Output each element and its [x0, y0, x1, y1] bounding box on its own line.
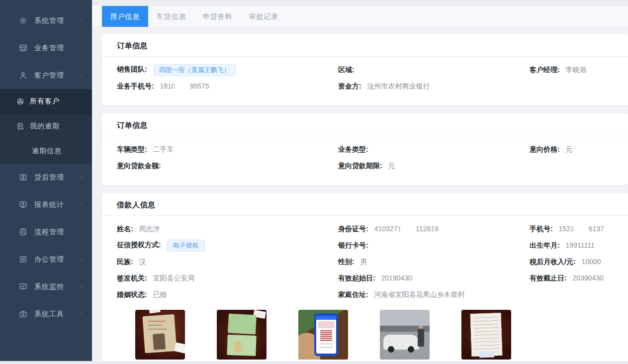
field-bank-card: 银行卡号: — [338, 241, 530, 250]
field-birth-date: 出生年月: 19911111 — [530, 241, 613, 250]
field-valid-from: 有效起始日: 20190430 — [338, 274, 530, 283]
tab-user-info[interactable]: 用户信息 — [102, 6, 148, 27]
chevron-down-icon — [79, 175, 84, 180]
sidebar-item-customer-management[interactable]: 客户管理 — [0, 62, 92, 89]
field-id-number: 身份证号: 4103271112819 — [338, 225, 530, 234]
chevron-up-icon — [79, 73, 84, 78]
photo-thumbnail[interactable]: 材料照片 — [461, 310, 511, 364]
customer-management-submenu: 所有客户 我的逾期 逾期信息 — [0, 89, 92, 164]
order-info-card-2: 订单信息 车辆类型: 二手车 业务类型: 意向价格: 元 — [102, 113, 628, 185]
chevron-down-icon — [79, 311, 84, 317]
sidebar-item-overdue-info[interactable]: 逾期信息 — [0, 139, 92, 164]
sidebar-item-label: 我的逾期 — [30, 122, 60, 131]
notebook-icon — [16, 122, 25, 131]
id-card-photo[interactable] — [135, 310, 185, 360]
monitor-icon — [19, 200, 27, 209]
field-vehicle-type: 车辆类型: 二手车 — [117, 145, 338, 154]
field-intent-loan-term: 意向贷款期限: 元 — [338, 162, 530, 171]
field-monthly-income: 税后月收入/元: 10000 — [530, 258, 613, 267]
steering-wheel-icon — [16, 97, 25, 106]
chevron-down-icon — [79, 257, 84, 262]
field-account-manager: 客户经理: 李晓旭 — [530, 66, 613, 75]
field-intent-price: 意向价格: 元 — [530, 145, 613, 154]
field-intent-loan-amount: 意向贷款金额: — [117, 162, 338, 171]
field-name: 姓名: 周志洋 — [117, 225, 338, 234]
sidebar-item-label: 流程管理 — [34, 228, 64, 237]
chevron-down-icon — [79, 229, 84, 235]
document-photo[interactable] — [461, 310, 511, 360]
green-booklet-photo[interactable] — [217, 310, 267, 360]
sidebar-item-office-management[interactable]: 办公管理 — [0, 246, 92, 273]
sidebar-item-all-customers[interactable]: 所有客户 — [0, 89, 92, 114]
order-info-card-1: 订单信息 销售团队: 四团一营（直属王鹏飞） 区域: 客户经理: 李晓旭 — [102, 34, 628, 105]
sidebar-item-business-management[interactable]: 业务管理 — [0, 34, 92, 62]
field-ethnicity: 民族: 汉 — [117, 258, 338, 267]
card-title: 订单信息 — [117, 121, 148, 129]
photo-thumbnail[interactable]: 人车合影 — [380, 310, 430, 364]
tab-approval-records[interactable]: 审批记录 — [241, 6, 287, 27]
sidebar-item-label: 业务管理 — [34, 44, 64, 53]
main-content: 用户信息 车贷信息 申贷资料 审批记录 订单信息 销售团队: 四团一营（直属王鹏… — [92, 0, 628, 364]
user-icon — [19, 71, 27, 80]
field-business-type: 业务类型: — [338, 145, 530, 154]
field-funder: 资金方: 汝州市农村商业银行 — [338, 82, 530, 91]
tab-bar: 用户信息 车贷信息 申贷资料 审批记录 — [92, 6, 628, 27]
field-issuing-authority: 签发机关: 宜阳县公安局 — [117, 274, 338, 283]
card-title: 借款人信息 — [117, 200, 156, 209]
field-sales-team: 销售团队: 四团一营（直属王鹏飞） — [117, 64, 338, 76]
sales-team-tag[interactable]: 四团一营（直属王鹏飞） — [153, 64, 236, 76]
chevron-down-icon — [79, 18, 84, 23]
borrower-info-card: 借款人信息 姓名: 周志洋 身份证号: 4103271112819 手机号: 1… — [102, 193, 628, 364]
screen-check-icon — [19, 282, 27, 291]
sidebar-item-system-tools[interactable]: 系统工具 — [0, 300, 92, 328]
field-region: 区域: — [338, 66, 530, 75]
field-valid-to: 有效截止日: 20390430 — [530, 274, 613, 283]
chevron-down-icon — [79, 202, 84, 207]
photo-row: 身份证照 绿本照片 授权码照 — [117, 303, 613, 364]
masked-digits — [176, 82, 189, 90]
card-title: 订单信息 — [117, 41, 148, 50]
tab-loan-application-docs[interactable]: 申贷资料 — [194, 6, 241, 27]
sidebar-item-label: 办公管理 — [34, 255, 64, 264]
grid-icon — [19, 44, 27, 52]
masked-digits — [575, 225, 588, 232]
tab-car-loan-info[interactable]: 车贷信息 — [148, 6, 194, 27]
sidebar-item-process-management[interactable]: 流程管理 — [0, 218, 92, 246]
credit-auth-tag[interactable]: 电子授权 — [167, 240, 205, 252]
book-icon — [19, 173, 27, 182]
square-icon — [19, 255, 27, 264]
sidebar-item-system-management[interactable]: 系统管理 — [0, 7, 92, 34]
person-car-photo[interactable] — [380, 310, 430, 360]
field-credit-auth-method: 征信授权方式: 电子授权 — [117, 240, 338, 252]
sidebar-item-label: 贷后管理 — [34, 173, 64, 182]
gear-icon — [19, 16, 27, 25]
photo-thumbnail[interactable]: 授权码照 — [298, 310, 348, 364]
chevron-down-icon — [79, 284, 84, 289]
sidebar-item-label: 系统工具 — [34, 310, 64, 319]
field-gender: 性别: 男 — [338, 258, 530, 267]
chevron-down-icon — [79, 45, 84, 51]
sidebar-item-label: 逾期信息 — [32, 147, 62, 156]
content-area: 订单信息 销售团队: 四团一营（直属王鹏飞） 区域: 客户经理: 李晓旭 — [92, 27, 628, 364]
toolbox-icon — [19, 310, 27, 318]
field-home-address: 家庭住址: 河南省宜阳县花果山乡木柴村 — [338, 290, 530, 299]
sidebar-item-label: 所有客户 — [30, 97, 60, 106]
field-business-phone: 业务手机号: 181095575 — [117, 82, 338, 91]
sidebar-item-label: 系统管理 — [34, 16, 64, 25]
sidebar-item-report-statistics[interactable]: 报表统计 — [0, 191, 92, 218]
sidebar-item-my-overdue[interactable]: 我的逾期 — [0, 114, 92, 139]
field-marital-status: 婚姻状态: 已婚 — [117, 290, 338, 299]
horizontal-scrollbar[interactable] — [0, 361, 628, 364]
sidebar-item-postloan-management[interactable]: 贷后管理 — [0, 164, 92, 191]
clipboard-icon — [19, 228, 27, 236]
photo-thumbnail[interactable]: 身份证照 — [135, 310, 185, 364]
sidebar-item-system-monitor[interactable]: 系统监控 — [0, 273, 92, 300]
sidebar-item-label: 客户管理 — [34, 71, 64, 80]
top-strip — [92, 0, 628, 6]
phone-auth-photo[interactable] — [298, 310, 348, 360]
field-mobile-phone: 手机号: 15236137 — [530, 225, 613, 234]
photo-thumbnail[interactable]: 绿本照片 — [217, 310, 267, 364]
sidebar-item-label: 系统监控 — [34, 282, 64, 291]
sidebar-item-label: 报表统计 — [34, 200, 64, 209]
sidebar: 系统管理 业务管理 客户管理 所有客户 我的逾期 逾期信息 — [0, 0, 92, 364]
